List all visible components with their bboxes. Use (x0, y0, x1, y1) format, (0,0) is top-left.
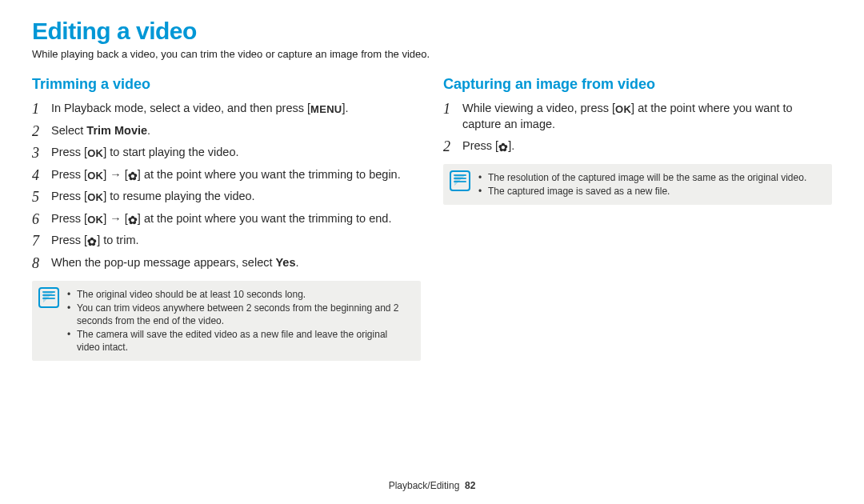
step-text: ] to trim. (97, 234, 138, 246)
macro-flower-icon: ✿ (128, 214, 138, 226)
ok-button-glyph: OK (87, 192, 103, 202)
step-2: Press [✿]. (443, 138, 832, 154)
step-text: Press [ (51, 190, 87, 202)
left-column: Trimming a video In Playback mode, selec… (32, 76, 421, 361)
note-item: The resolution of the captured image wil… (478, 171, 806, 184)
note-icon (38, 287, 59, 308)
capture-steps: While viewing a video, press [OK] at the… (443, 101, 832, 154)
step-text: Press [ (51, 168, 87, 181)
section-heading-capture: Capturing an image from video (443, 76, 832, 93)
step-text: . (296, 256, 299, 269)
step-text: While viewing a video, press [ (462, 102, 615, 114)
arrow-icon: → (110, 168, 122, 181)
step-6: Press [OK] → [✿] at the point where you … (32, 211, 421, 227)
macro-flower-icon: ✿ (128, 170, 138, 182)
arrow-icon: → (110, 212, 122, 225)
step-4: Press [OK] → [✿] at the point where you … (32, 167, 421, 183)
note-list: The original video should be at least 10… (67, 287, 413, 355)
footer-section: Playback/Editing (389, 480, 460, 491)
step-text: Press [ (51, 212, 87, 225)
step-text: [ (122, 168, 128, 181)
manual-page: Editing a video While playing back a vid… (0, 0, 864, 504)
step-bold: Yes (276, 256, 296, 269)
note-item: The camera will save the edited video as… (67, 328, 413, 354)
menu-button-glyph: MENU (310, 104, 342, 114)
step-text: [ (122, 212, 128, 225)
step-1: In Playback mode, select a video, and th… (32, 101, 421, 117)
page-title: Editing a video (32, 18, 832, 45)
step-3: Press [OK] to start playing the video. (32, 145, 421, 161)
page-subtitle: While playing back a video, you can trim… (32, 48, 832, 60)
step-bold: Trim Movie (86, 124, 147, 137)
step-text: ]. (342, 102, 349, 114)
macro-flower-icon: ✿ (87, 236, 97, 247)
step-text: When the pop-up message appears, select (51, 256, 276, 269)
step-8: When the pop-up message appears, select … (32, 255, 421, 271)
step-text: ] at the point where you want the trimmi… (138, 212, 392, 225)
step-7: Press [✿] to trim. (32, 233, 421, 249)
content-columns: Trimming a video In Playback mode, selec… (32, 76, 832, 361)
page-footer: Playback/Editing 82 (0, 480, 864, 491)
ok-button-glyph: OK (615, 104, 631, 114)
trimming-steps: In Playback mode, select a video, and th… (32, 101, 421, 271)
note-icon (450, 170, 470, 191)
note-item: You can trim videos anywhere between 2 s… (67, 302, 413, 327)
note-box-trimming: The original video should be at least 10… (32, 281, 421, 362)
step-2: Select Trim Movie. (32, 123, 421, 139)
section-heading-trimming: Trimming a video (32, 76, 421, 93)
step-text: ] to resume playing the video. (103, 190, 254, 202)
ok-button-glyph: OK (87, 148, 103, 158)
note-box-capture: The resolution of the captured image wil… (443, 164, 832, 205)
step-text: Press [ (51, 234, 87, 246)
step-text: . (147, 124, 150, 137)
step-text: Press [ (462, 139, 498, 152)
note-item: The captured image is saved as a new fil… (478, 185, 806, 198)
step-text: ]. (508, 139, 514, 152)
step-text: ] to start playing the video. (103, 146, 238, 158)
macro-flower-icon: ✿ (498, 142, 508, 153)
note-list: The resolution of the captured image wil… (478, 170, 806, 198)
step-text: ] at the point where you want the trimmi… (138, 168, 401, 181)
ok-button-glyph: OK (87, 214, 103, 225)
right-column: Capturing an image from video While view… (443, 76, 832, 361)
step-text: In Playback mode, select a video, and th… (51, 102, 310, 114)
step-text: Press [ (51, 146, 87, 158)
step-1: While viewing a video, press [OK] at the… (443, 101, 832, 132)
ok-button-glyph: OK (87, 170, 103, 181)
step-5: Press [OK] to resume playing the video. (32, 189, 421, 205)
step-text: Select (51, 124, 86, 137)
footer-page-number: 82 (465, 480, 475, 491)
note-item: The original video should be at least 10… (67, 288, 413, 301)
